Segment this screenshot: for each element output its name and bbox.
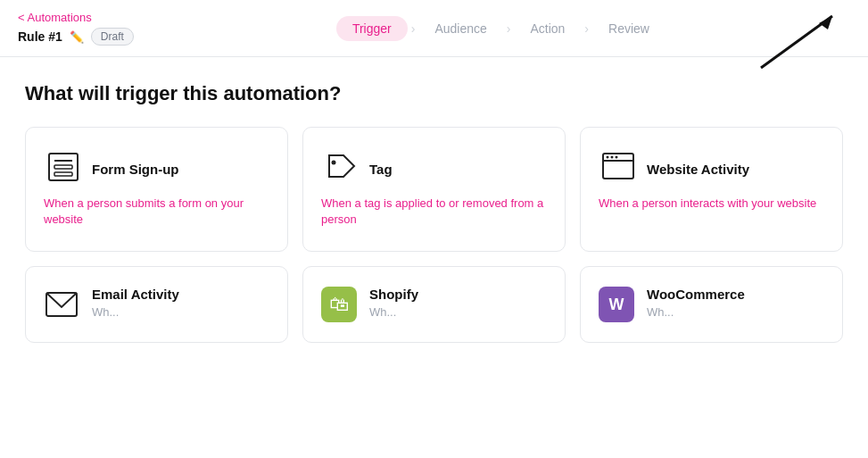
- email-icon: [44, 287, 79, 322]
- rule-title: Rule #1: [18, 29, 62, 44]
- form-signup-title: Form Sign-up: [92, 162, 179, 177]
- website-icon: [599, 147, 638, 187]
- svg-point-7: [332, 161, 336, 165]
- trigger-card-form-signup[interactable]: Form Sign-up When a person submits a for…: [25, 127, 288, 252]
- top-bar: < Automations Rule #1 ✏️ Draft Trigger ›…: [0, 0, 868, 57]
- shopify-content: Shopify Wh...: [369, 287, 418, 319]
- arrow-3: ›: [584, 21, 589, 36]
- steps-nav: Trigger › Audience › Action › Review: [152, 16, 850, 41]
- email-title: Email Activity: [92, 287, 179, 302]
- step-review-label[interactable]: Review: [592, 16, 665, 41]
- back-link[interactable]: < Automations: [18, 11, 134, 24]
- woo-logo: W: [599, 287, 634, 322]
- trigger-grid: Form Sign-up When a person submits a for…: [25, 127, 843, 252]
- arrow-1: ›: [411, 21, 416, 36]
- woo-title: WooCommerce: [647, 287, 745, 302]
- step-trigger-label[interactable]: Trigger: [336, 16, 408, 41]
- breadcrumb-section: < Automations Rule #1 ✏️ Draft: [18, 11, 134, 46]
- website-title: Website Activity: [647, 162, 749, 177]
- trigger-card-website[interactable]: Website Activity When a person interacts…: [580, 127, 843, 252]
- woo-icon: W: [599, 287, 634, 322]
- trigger-grid-bottom: Email Activity Wh... 🛍 Shopify Wh... W W…: [25, 266, 843, 343]
- form-signup-desc: When a person submits a form on your web…: [44, 196, 269, 228]
- trigger-card-woo[interactable]: W WooCommerce Wh...: [580, 266, 843, 343]
- svg-rect-4: [54, 165, 72, 169]
- shopify-logo: 🛍: [321, 287, 357, 322]
- step-action-label[interactable]: Action: [514, 16, 581, 41]
- shopify-desc: Wh...: [369, 305, 418, 319]
- trigger-card-shopify[interactable]: 🛍 Shopify Wh...: [302, 266, 566, 343]
- woo-desc: Wh...: [647, 305, 745, 319]
- tag-desc: When a tag is applied to or removed from…: [321, 196, 547, 228]
- page-title: What will trigger this automation?: [25, 82, 843, 105]
- arrow-2: ›: [507, 21, 511, 36]
- svg-point-10: [607, 156, 609, 159]
- form-signup-top: Form Sign-up: [44, 147, 269, 196]
- shopify-title: Shopify: [369, 287, 418, 302]
- step-action[interactable]: Action: [514, 16, 581, 41]
- shopify-icon: 🛍: [321, 287, 357, 322]
- email-desc: Wh...: [92, 305, 179, 319]
- draft-badge: Draft: [91, 28, 134, 46]
- woo-content: WooCommerce Wh...: [647, 287, 745, 319]
- tag-icon: [321, 147, 360, 187]
- svg-point-11: [611, 156, 614, 159]
- rule-info: Rule #1 ✏️ Draft: [18, 28, 134, 46]
- website-top: Website Activity: [599, 147, 824, 196]
- step-audience-label[interactable]: Audience: [418, 16, 502, 41]
- step-trigger[interactable]: Trigger: [336, 16, 408, 41]
- step-review[interactable]: Review: [592, 16, 665, 41]
- svg-point-12: [616, 156, 618, 159]
- tag-title: Tag: [369, 162, 393, 177]
- email-content: Email Activity Wh...: [92, 287, 179, 319]
- trigger-card-email[interactable]: Email Activity Wh...: [25, 266, 288, 343]
- website-desc: When a person interacts with your websit…: [599, 196, 824, 212]
- edit-icon[interactable]: ✏️: [70, 30, 84, 44]
- svg-rect-5: [54, 172, 72, 176]
- tag-top: Tag: [321, 147, 547, 196]
- form-signup-icon: [44, 147, 83, 187]
- main-content: What will trigger this automation? Form …: [0, 57, 868, 361]
- step-audience[interactable]: Audience: [418, 16, 502, 41]
- trigger-card-tag[interactable]: Tag When a tag is applied to or removed …: [302, 127, 566, 252]
